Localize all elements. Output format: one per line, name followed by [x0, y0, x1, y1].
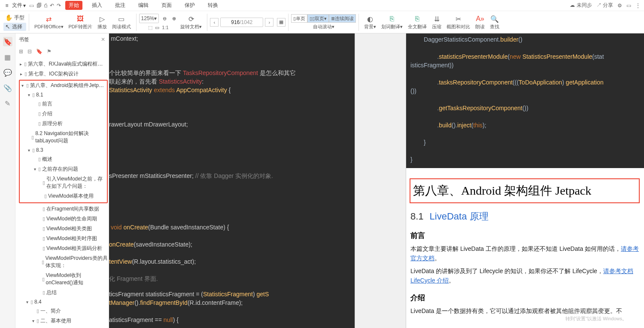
background[interactable]: ◐背景▾	[361, 14, 379, 30]
fit-page-icon[interactable]: ▭	[155, 25, 159, 30]
page-left: mContext; 个比较简单的界面来看一下 TasksRepositoryCo…	[109, 33, 355, 328]
zoom-select[interactable]: 125% ▾	[139, 14, 159, 23]
single-page-view[interactable]: ▯ 单页	[291, 14, 307, 23]
add-bookmark-icon[interactable]: 🔖	[36, 48, 43, 54]
hand-tool[interactable]: ✋手型	[3, 14, 26, 22]
tab-convert[interactable]: 转换	[204, 1, 222, 10]
bookmarks-title: 书签	[19, 36, 29, 43]
comments-tab-icon[interactable]: 💬	[3, 68, 12, 77]
code-line: onCreate(savedInstanceState);	[109, 240, 355, 249]
code-line: mContext;	[109, 34, 355, 43]
print-icon[interactable]: ⎙	[44, 3, 47, 9]
code-block: DaggerStatisticsComponent.builder() .sta…	[406, 33, 644, 168]
rotate-doc[interactable]: ⟳旋转文档▾	[178, 14, 204, 30]
bookmark-item[interactable]: ▾▯二、基本使用	[30, 316, 109, 326]
select-tool[interactable]: ↖选择	[3, 23, 26, 31]
actual-size-icon[interactable]: 1:1	[162, 25, 168, 30]
bookmark-item[interactable]: ▾▯8.4	[24, 298, 109, 306]
pdf-to-image[interactable]: 🖼PDF转图片	[66, 14, 95, 30]
bookmark-item[interactable]: ▯概述	[32, 154, 107, 164]
code-line: tentView(R.layout.statistics_act);	[109, 257, 355, 266]
zoom-out-icon[interactable]: ⊖	[161, 15, 168, 22]
chapter-title: 第八章、Android 架构组件 Jetpack	[413, 183, 636, 199]
bookmark-item[interactable]: ▸▯第七章、IOC架构设计	[18, 69, 109, 79]
menu-bar: ≡ 文件▾ ▭ 🗐 ⎙ ↶ ↷ 开始 插入 批注 编辑 页面 保护 转换 ☁ 未…	[0, 0, 644, 11]
page-gap	[355, 33, 406, 328]
bookmark-item[interactable]: ▾▯之前存在的问题	[32, 164, 107, 174]
expand-all-icon[interactable]: ⊞	[19, 48, 23, 54]
open-icon[interactable]: ▭	[29, 3, 34, 9]
page-number-input[interactable]: 916/1042	[220, 18, 263, 27]
file-menu[interactable]: 文件▾	[12, 2, 26, 9]
bookmarks-tab-icon[interactable]: 🔖	[3, 37, 12, 46]
save-icon[interactable]: 🗐	[36, 3, 42, 9]
compress[interactable]: ⇊压缩	[429, 14, 444, 30]
bookmark-item[interactable]: ▯原理分析	[32, 119, 107, 129]
tab-insert[interactable]: 插入	[88, 1, 106, 10]
sync-status[interactable]: ☁ 未同步	[570, 2, 592, 9]
bookmark-flag-icon[interactable]: ⚑	[47, 48, 52, 54]
crop-compare[interactable]: ✂截图和对比	[444, 14, 473, 30]
signatures-tab-icon[interactable]: ✎	[3, 99, 12, 108]
bookmark-item[interactable]: ▯1. 创建Entity	[36, 326, 109, 328]
share-button[interactable]: ↗ 分享	[596, 2, 613, 9]
bookmark-item[interactable]: ▯ViewModel相关类图	[36, 224, 109, 234]
play-button[interactable]: ▷播放	[95, 14, 109, 30]
paragraph: LiveData 的讲解涉及到了 Lifecycle 的知识，如果你还不了解 L…	[410, 266, 640, 285]
more-icon[interactable]: ⋮	[635, 3, 641, 9]
bookmarks-panel: 书签 ✕ ⊞ ⊟ 🔖 ⚑ ▸▯第六章、RXJava响应式编程框架设计 ▸▯第七章…	[15, 33, 109, 328]
bookmark-item[interactable]: ▯ViewModelProviders类的具体实现：	[36, 253, 109, 271]
next-page-button[interactable]: ›	[265, 18, 273, 27]
hamburger-icon[interactable]: ≡	[3, 3, 10, 9]
fit-width-icon[interactable]: ⬚	[148, 25, 152, 30]
bookmark-item[interactable]: ▸▯第六章、RXJava响应式编程框架设计	[18, 59, 109, 69]
code-text: 联起来的，首先看 StatisticsActivity:	[109, 77, 355, 86]
bookmark-item[interactable]: ▯总结	[36, 288, 109, 298]
undo-icon[interactable]: ↶	[50, 3, 54, 9]
tab-edit[interactable]: 编辑	[135, 1, 152, 10]
prev-page-button[interactable]: ‹	[210, 18, 219, 27]
bookmark-item[interactable]: ▯8.2 Navigation如何解决tabLayout问题	[26, 129, 107, 146]
code-line: atisticsFragment == null) {	[109, 316, 355, 324]
full-translate[interactable]: ⎘全文翻译	[405, 14, 429, 30]
bookmark-item[interactable]: ▯在Fragment间共享数据	[36, 204, 109, 214]
tab-protect[interactable]: 保护	[181, 1, 198, 10]
continuous-view[interactable]: ≣ 连续阅读	[329, 14, 356, 23]
bookmark-item[interactable]: ▯一、简介	[30, 306, 109, 316]
find[interactable]: 🔍查找	[487, 14, 502, 30]
redo-icon[interactable]: ↷	[57, 3, 61, 9]
bookmark-item[interactable]: ▯ViewModel相关时序图	[36, 234, 109, 244]
read-mode[interactable]: ▭阅读模式	[109, 14, 134, 30]
double-page-view[interactable]: ▯▯ 双页▾	[307, 14, 329, 23]
paragraph: 本篇文章主要讲解 LiveData 工作的原理，如果还不知道 LiveData …	[410, 244, 640, 263]
bookmark-item[interactable]: ▾▯8.3	[26, 146, 107, 154]
bookmark-item[interactable]: ▾▯8.1	[26, 90, 107, 99]
bookmark-item[interactable]: ▯ViewModel收到onCleared()通知	[36, 271, 109, 288]
close-panel-icon[interactable]: ✕	[101, 36, 105, 42]
thumbnails-tab-icon[interactable]: ▦	[3, 52, 12, 62]
read-aloud[interactable]: A»朗读	[473, 14, 487, 30]
bookmark-item[interactable]: ▯ViewModel的生命周期	[36, 214, 109, 224]
tab-page[interactable]: 页面	[158, 1, 175, 10]
bookmark-item[interactable]: ▯ViewModel相关源码分析	[36, 244, 109, 253]
zoom-in-icon[interactable]: ⊕	[170, 15, 178, 22]
toolbar: ✋手型 ↖选择 ⇄PDF转Office▾ 🖼PDF转图片 ▷播放 ▭阅读模式 1…	[0, 11, 644, 33]
minimize-window-icon[interactable]: ▭	[626, 3, 631, 9]
attachments-tab-icon[interactable]: 📎	[3, 83, 12, 93]
code-line: StatisticsActivity extends AppCompatActi…	[109, 86, 355, 94]
pdf-to-office[interactable]: ⇄PDF转Office▾	[32, 14, 66, 30]
collapse-all-icon[interactable]: ⊟	[27, 48, 32, 54]
tab-annotate[interactable]: 批注	[112, 1, 129, 10]
word-translate[interactable]: ⎘划词翻译▾	[379, 14, 405, 30]
bookmark-item[interactable]: ▾▯第八章、Android架构组件Jetpack	[20, 81, 107, 90]
autoscroll[interactable]: 自动滚动▾	[313, 24, 334, 30]
bookmark-item[interactable]: ▯前言	[32, 99, 107, 109]
bookmark-item[interactable]: ▯介绍	[32, 109, 107, 119]
code-line: rawerLayout mDrawerLayout;	[109, 120, 355, 129]
bookmark-item[interactable]: ▯引入ViewModel之前，存在如下几个问题：	[38, 174, 107, 191]
thumbnails-icon[interactable]: ▦	[277, 18, 286, 27]
code-line: tManager().findFragmentById(R.id.content…	[109, 298, 355, 307]
bookmark-item[interactable]: ▯ViewModel基本使用	[38, 191, 107, 201]
tab-start[interactable]: 开始	[65, 1, 82, 10]
settings-icon[interactable]: ⚙	[617, 3, 622, 9]
